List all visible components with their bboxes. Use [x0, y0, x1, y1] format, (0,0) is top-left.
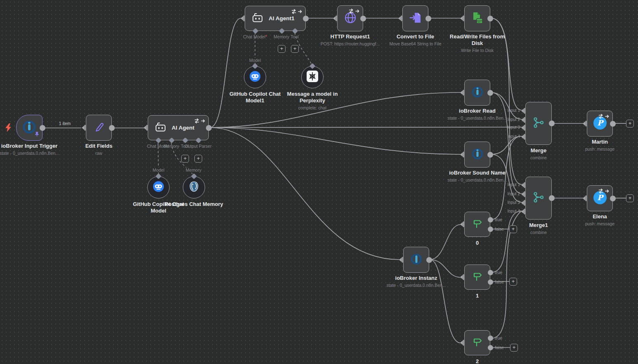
add-node-after-martin-button[interactable]: + — [626, 120, 634, 128]
node-if-0[interactable]: true false 0 — [464, 212, 490, 237]
add-node-after-if1-false-button[interactable]: + — [509, 278, 517, 286]
node-edit-fields[interactable]: Edit Fields raw — [86, 115, 112, 141]
node-label: GitHub Copilot Chat Model1 — [224, 91, 286, 104]
input-port[interactable] — [82, 125, 86, 132]
input-port-4[interactable] — [521, 134, 525, 142]
input-port[interactable] — [460, 221, 464, 229]
node-title: Martin — [561, 139, 638, 145]
add-node-after-if2-false-button[interactable]: + — [510, 344, 518, 352]
output-port[interactable] — [206, 125, 212, 131]
input-port-3[interactable] — [521, 200, 525, 208]
node-subtitle: Move Base64 String to File — [376, 41, 455, 47]
merge-icon — [533, 117, 544, 130]
node-github-copilot-chat-model1[interactable]: GitHub Copilot Chat Model1 — [244, 66, 266, 88]
node-if-1[interactable]: true false 1 — [464, 265, 490, 290]
node-title: 0 — [438, 240, 517, 246]
node-iobroker-sound-name[interactable]: ioBroker Sound Name state - 0_userdata.0… — [464, 142, 490, 168]
node-postgres-chat-memory[interactable]: Postgres Chat Memory — [183, 176, 205, 199]
pencil-icon — [94, 122, 104, 134]
node-subtitle: push: message — [561, 221, 638, 227]
output-port[interactable] — [360, 16, 366, 21]
node-iobroker-read[interactable]: ioBroker Read state - 0_userdata.0.n8n.B… — [464, 80, 490, 106]
model-link-label: Model — [151, 168, 166, 173]
false-label: false — [495, 345, 504, 350]
input-port[interactable] — [144, 125, 148, 132]
input-port-2[interactable] — [521, 191, 525, 199]
input-port[interactable] — [460, 151, 464, 159]
node-subtitle: push: message — [561, 147, 638, 152]
node-iobroker-input-trigger[interactable]: ioBroker Input Trigger state - 0_userdat… — [16, 115, 43, 141]
node-ai-agent1[interactable]: AI Agent1 Chat Model* Memory Tool + + — [245, 6, 306, 31]
node-label: ioBroker Input Trigger state - 0_userdat… — [0, 143, 69, 156]
node-label: Convert to File Move Base64 String to Fi… — [376, 33, 455, 46]
false-output-port[interactable] — [488, 345, 493, 350]
add-memory-button[interactable]: + — [278, 45, 286, 53]
input-port[interactable] — [583, 121, 587, 128]
input-port-4[interactable] — [521, 208, 525, 216]
add-tool-button[interactable]: + — [181, 155, 189, 163]
false-output-port[interactable] — [488, 279, 493, 285]
true-output-port[interactable] — [488, 336, 493, 341]
node-merge[interactable]: Input 1 Input 2 Input 3 Input 4 Merge co… — [525, 102, 552, 145]
robot-icon — [251, 13, 264, 24]
output-port[interactable] — [425, 16, 431, 21]
output-port[interactable] — [426, 257, 432, 263]
input-port[interactable] — [460, 340, 464, 347]
node-read-write-files[interactable]: Read/Write Files from Disk Write File to… — [464, 5, 490, 31]
input-port[interactable] — [460, 274, 464, 282]
output-port[interactable] — [610, 121, 616, 127]
input-1-label: Input 1 — [499, 108, 520, 113]
output-port[interactable] — [487, 16, 493, 21]
node-merge1[interactable]: Input 1 Input 2 Input 3 Input 4 Merge1 c… — [525, 177, 552, 220]
input-port[interactable] — [460, 90, 464, 97]
node-title: 2 — [438, 358, 517, 364]
add-node-after-if0-false-button[interactable]: + — [509, 225, 517, 233]
true-output-port[interactable] — [488, 217, 493, 222]
input-port[interactable] — [398, 15, 402, 23]
node-if-2[interactable]: true false 2 — [464, 330, 490, 355]
add-tool-button[interactable]: + — [291, 45, 299, 53]
node-label: Read/Write Files from Disk Write File to… — [446, 33, 509, 53]
copilot-icon — [249, 71, 261, 84]
input-port[interactable] — [333, 15, 337, 23]
false-output-port[interactable] — [488, 227, 493, 232]
output-port[interactable] — [303, 16, 309, 21]
node-github-copilot-chat-model[interactable]: GitHub Copilot Chat Model — [147, 176, 170, 199]
input-port[interactable] — [399, 257, 403, 265]
output-port[interactable] — [610, 196, 616, 201]
true-output-port[interactable] — [488, 270, 493, 275]
input-port-2[interactable] — [521, 117, 525, 125]
node-elena[interactable]: P Elena push: message — [587, 185, 613, 211]
true-label: true — [495, 270, 502, 275]
node-martin[interactable]: P Martin push: message — [587, 111, 613, 137]
retry-and-continue-icons — [291, 8, 302, 16]
output-port[interactable] — [40, 125, 45, 131]
node-label: 2 — [438, 358, 517, 364]
output-port[interactable] — [487, 152, 493, 158]
input-port-1[interactable] — [521, 182, 525, 190]
pin-icon — [35, 131, 39, 138]
output-port[interactable] — [487, 90, 493, 96]
input-1-label: Input 1 — [499, 182, 520, 187]
input-port-3[interactable] — [521, 125, 525, 132]
node-iobroker-instanz[interactable]: ioBroker Instanz state - 0_userdata.0.n8… — [403, 247, 429, 273]
output-port[interactable] — [549, 121, 555, 126]
input-port[interactable] — [583, 195, 587, 203]
node-title: Message a model in Perplexity — [281, 91, 344, 104]
false-label: false — [495, 227, 504, 232]
edge-ai-agent-to-iobroker-sound-name — [210, 128, 461, 154]
input-port[interactable] — [241, 15, 245, 23]
if-signpost-icon — [472, 336, 483, 350]
node-http-request1[interactable]: HTTP Request1 POST: https://router.huggi… — [337, 5, 363, 31]
node-title: AI Agent — [172, 125, 194, 131]
output-port[interactable] — [109, 125, 115, 131]
node-ai-agent[interactable]: AI Agent Chat Model Memory Tool Output P… — [148, 115, 209, 140]
add-node-after-elena-button[interactable]: + — [626, 194, 634, 202]
node-convert-to-file[interactable]: Convert to File Move Base64 String to Fi… — [402, 5, 428, 31]
workflow-canvas[interactable]: 1 item ioBroker Input Trigger state - 0_… — [0, 0, 638, 364]
add-output-parser-button[interactable]: + — [194, 155, 202, 163]
input-port[interactable] — [460, 15, 464, 23]
output-port[interactable] — [549, 195, 555, 201]
node-message-model-perplexity[interactable]: Message a model in Perplexity complete: … — [301, 66, 324, 88]
input-port-1[interactable] — [521, 108, 525, 116]
